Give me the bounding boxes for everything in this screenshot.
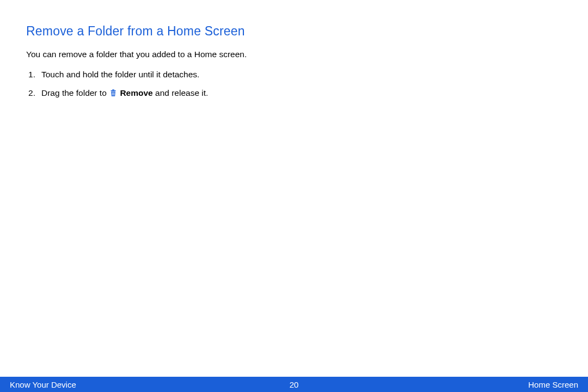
page-content: Remove a Folder from a Home Screen You c… bbox=[0, 0, 588, 100]
footer-right: Home Screen bbox=[528, 380, 578, 389]
step-2-prefix: Drag the folder to bbox=[41, 88, 109, 97]
svg-rect-1 bbox=[112, 90, 114, 91]
steps-list: Touch and hold the folder until it detac… bbox=[26, 68, 277, 100]
step-2-suffix: and release it. bbox=[153, 88, 209, 97]
svg-rect-0 bbox=[111, 90, 116, 91]
step-1: Touch and hold the folder until it detac… bbox=[26, 68, 277, 81]
intro-paragraph: You can remove a folder that you added t… bbox=[26, 48, 255, 60]
section-heading: Remove a Folder from a Home Screen bbox=[26, 24, 562, 39]
page-footer: Know Your Device 20 Home Screen bbox=[0, 377, 588, 392]
footer-page-number: 20 bbox=[290, 380, 299, 389]
step-2-remove-label: Remove bbox=[120, 88, 152, 97]
step-2: Drag the folder to Remove and release it… bbox=[26, 87, 277, 100]
footer-left: Know Your Device bbox=[10, 380, 76, 389]
trash-icon bbox=[109, 89, 117, 97]
